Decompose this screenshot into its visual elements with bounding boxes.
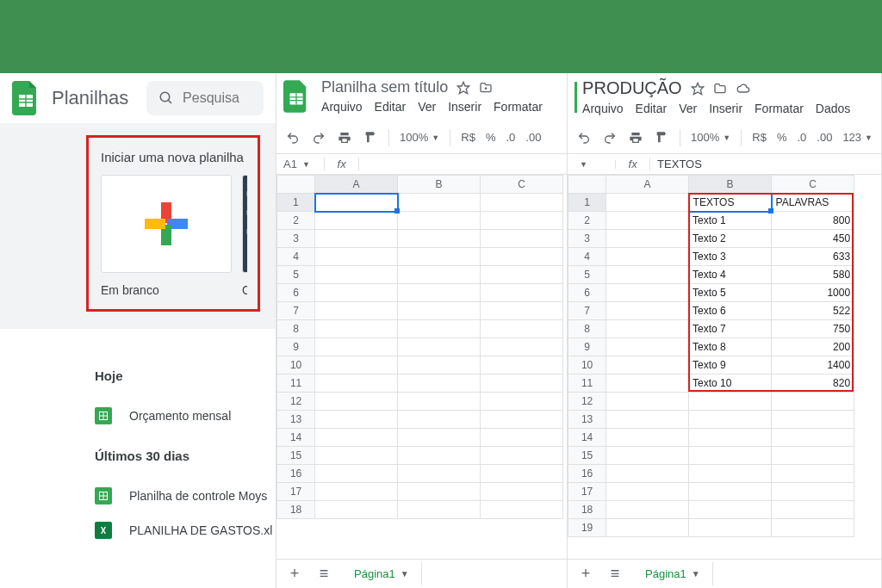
cell[interactable]: 450 <box>772 230 854 248</box>
cell[interactable] <box>481 302 563 320</box>
undo-button[interactable] <box>282 127 304 149</box>
print-button[interactable] <box>333 127 356 149</box>
cell[interactable] <box>689 483 772 501</box>
cell[interactable]: Texto 4 <box>689 266 772 284</box>
cell[interactable] <box>606 447 689 465</box>
file-row[interactable]: Planilha de controle Moys <box>95 479 276 513</box>
zoom-select[interactable]: 100%▼ <box>396 131 443 144</box>
cell[interactable] <box>398 230 481 248</box>
col-header[interactable]: A <box>315 176 398 194</box>
cell[interactable]: 200 <box>772 338 854 356</box>
menu-item[interactable]: Inserir <box>709 102 742 115</box>
cell[interactable] <box>481 338 563 356</box>
cell[interactable] <box>398 302 481 320</box>
cell[interactable] <box>689 501 772 519</box>
row-header[interactable]: 16 <box>568 465 606 483</box>
row-header[interactable]: 5 <box>277 266 315 284</box>
dec-decrease-button[interactable]: .0 <box>502 131 519 144</box>
cell[interactable] <box>398 248 481 266</box>
cell[interactable]: 633 <box>772 248 854 266</box>
cell[interactable] <box>398 429 481 447</box>
search-input[interactable] <box>183 90 252 106</box>
row-header[interactable]: 5 <box>568 266 606 284</box>
row-header[interactable]: 7 <box>568 302 606 320</box>
cell[interactable] <box>606 465 689 483</box>
cell[interactable]: Texto 9 <box>689 356 772 374</box>
row-header[interactable]: 17 <box>568 483 606 501</box>
star-icon[interactable] <box>457 81 470 95</box>
row-header[interactable]: 15 <box>277 447 315 465</box>
row-header[interactable]: 12 <box>568 393 606 411</box>
cell[interactable] <box>481 320 563 338</box>
star-icon[interactable] <box>691 82 705 96</box>
row-header[interactable]: 1 <box>277 194 315 212</box>
cell[interactable] <box>606 212 689 230</box>
cell[interactable] <box>398 483 481 501</box>
cell[interactable]: 580 <box>772 266 854 284</box>
cell[interactable] <box>772 411 854 429</box>
name-box[interactable]: ▼ <box>568 160 616 169</box>
row-header[interactable]: 4 <box>568 248 606 266</box>
doc-title[interactable]: PRODUÇÃO <box>582 78 682 98</box>
row-header[interactable]: 17 <box>277 483 315 501</box>
cell[interactable]: Texto 8 <box>689 338 772 356</box>
row-header[interactable]: 10 <box>277 356 315 374</box>
cell[interactable]: Texto 2 <box>689 230 772 248</box>
col-header[interactable]: C <box>772 176 854 194</box>
cell[interactable] <box>606 483 689 501</box>
cell[interactable] <box>315 465 398 483</box>
cell[interactable] <box>315 374 398 393</box>
col-header[interactable]: C <box>481 176 563 194</box>
cell[interactable] <box>689 465 772 483</box>
menu-item[interactable]: Formatar <box>494 100 543 114</box>
cell[interactable] <box>398 501 481 519</box>
cell[interactable] <box>398 194 481 212</box>
cell[interactable] <box>315 230 398 248</box>
menu-item[interactable]: Ver <box>418 100 436 114</box>
percent-button[interactable]: % <box>482 131 500 144</box>
cell[interactable] <box>315 411 398 429</box>
cell[interactable] <box>315 447 398 465</box>
dec-increase-button[interactable]: .00 <box>813 131 835 144</box>
menu-item[interactable]: Editar <box>636 102 668 115</box>
cell[interactable] <box>315 356 398 374</box>
row-header[interactable]: 11 <box>568 374 606 393</box>
row-header[interactable]: 3 <box>277 230 315 248</box>
cell[interactable]: 750 <box>772 320 854 338</box>
cell[interactable] <box>606 429 689 447</box>
cell[interactable]: Texto 5 <box>689 284 772 302</box>
row-header[interactable]: 8 <box>568 320 606 338</box>
cell[interactable] <box>606 338 689 356</box>
cell[interactable] <box>315 284 398 302</box>
row-header[interactable]: 11 <box>277 374 315 393</box>
add-sheet-button[interactable]: + <box>575 563 597 585</box>
cell[interactable] <box>315 320 398 338</box>
cell[interactable] <box>606 284 689 302</box>
row-header[interactable]: 13 <box>277 411 315 429</box>
file-row[interactable]: PLANILHA DE GASTOS.xl <box>95 513 276 548</box>
cell[interactable] <box>772 465 854 483</box>
row-header[interactable]: 6 <box>277 284 315 302</box>
template-blank[interactable]: Em branco <box>101 175 232 297</box>
cell[interactable] <box>606 519 689 537</box>
cell[interactable] <box>315 501 398 519</box>
cell[interactable] <box>606 501 689 519</box>
move-icon[interactable] <box>479 81 493 95</box>
menu-item[interactable]: Editar <box>375 100 407 114</box>
row-header[interactable]: 18 <box>277 501 315 519</box>
cell[interactable] <box>606 266 689 284</box>
add-sheet-button[interactable]: + <box>283 563 306 585</box>
row-header[interactable]: 4 <box>277 248 315 266</box>
currency-button[interactable]: R$ <box>457 131 479 144</box>
row-header[interactable]: 16 <box>277 465 315 483</box>
cell[interactable] <box>689 519 772 537</box>
row-header[interactable]: 7 <box>277 302 315 320</box>
cell[interactable] <box>315 429 398 447</box>
move-icon[interactable] <box>713 82 727 96</box>
row-header[interactable]: 9 <box>568 338 606 356</box>
cell[interactable] <box>606 393 689 411</box>
cell[interactable] <box>689 411 772 429</box>
cell[interactable] <box>772 483 854 501</box>
cell[interactable] <box>481 194 563 212</box>
cell[interactable] <box>315 194 398 212</box>
